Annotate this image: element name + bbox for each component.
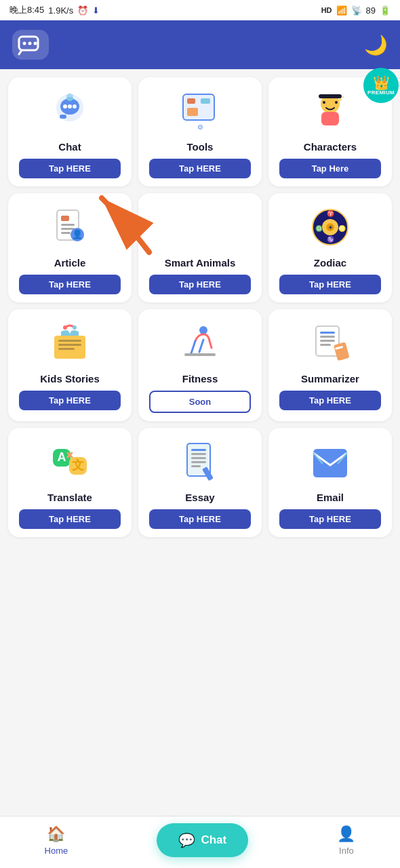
svg-text:A: A bbox=[58, 450, 66, 464]
svg-rect-64 bbox=[191, 453, 206, 455]
svg-point-22 bbox=[335, 101, 338, 104]
tools-tap-button[interactable]: Tap HERE bbox=[149, 159, 250, 178]
svg-rect-67 bbox=[191, 465, 201, 467]
svg-point-8 bbox=[68, 104, 72, 108]
card-tools: ⚙ Tools Tap HERE bbox=[138, 77, 262, 186]
article-title: Article bbox=[54, 257, 86, 269]
svg-rect-10 bbox=[60, 115, 66, 119]
svg-rect-45 bbox=[58, 344, 81, 346]
svg-point-25 bbox=[342, 96, 344, 98]
article-icon: 👤 bbox=[45, 203, 94, 252]
battery-level: 89 bbox=[366, 5, 376, 16]
svg-point-2 bbox=[28, 42, 32, 45]
cards-grid: Chat Tap HERE ⚙ Tools Tap HERE 👑PREMIUM … bbox=[8, 77, 392, 537]
svg-rect-28 bbox=[61, 224, 75, 226]
svg-rect-54 bbox=[320, 340, 335, 342]
smart-animals-tap-button[interactable]: Tap HERE bbox=[149, 275, 250, 294]
svg-rect-16 bbox=[201, 98, 210, 104]
summarizer-icon bbox=[306, 319, 355, 368]
svg-point-1 bbox=[23, 42, 26, 45]
svg-point-3 bbox=[34, 42, 37, 45]
characters-icon bbox=[306, 87, 355, 136]
chat-bubble-icon: 💬 bbox=[178, 832, 195, 848]
translate-title: Translate bbox=[47, 492, 92, 504]
svg-rect-20 bbox=[321, 112, 339, 125]
dark-mode-toggle[interactable]: 🌙 bbox=[364, 34, 388, 56]
translate-tap-button[interactable]: Tap HERE bbox=[19, 509, 120, 529]
info-person-icon: 👤 bbox=[337, 825, 355, 843]
battery-icon: 🔋 bbox=[380, 5, 391, 16]
svg-rect-56 bbox=[334, 342, 350, 361]
svg-text:♌: ♌ bbox=[338, 224, 346, 233]
nav-info-label: Info bbox=[339, 846, 354, 856]
svg-text:👤: 👤 bbox=[72, 229, 83, 240]
svg-text:♈: ♈ bbox=[327, 210, 335, 218]
svg-rect-53 bbox=[320, 336, 335, 338]
card-kids-stories: Kids Stories Tap HERE bbox=[8, 309, 132, 421]
status-bar: 晚上8:45 1.9K/s ⏰ ⬇ HD 📶 📡 89 🔋 bbox=[0, 0, 400, 20]
svg-text:🐄: 🐄 bbox=[183, 212, 217, 244]
tools-icon: ⚙ bbox=[176, 87, 224, 136]
fitness-tap-button[interactable]: Soon bbox=[149, 391, 250, 413]
essay-tap-button[interactable]: Tap HERE bbox=[149, 509, 250, 529]
summarizer-tap-button[interactable]: Tap HERE bbox=[279, 391, 380, 410]
email-tap-button[interactable]: Tap HERE bbox=[279, 509, 380, 529]
hd-icon: HD bbox=[321, 6, 332, 14]
card-smart-animals: 🐄🐔 Smart Animals Tap HERE bbox=[138, 193, 262, 302]
translate-icon: A文 bbox=[45, 437, 94, 486]
svg-point-9 bbox=[73, 104, 77, 108]
article-tap-button[interactable]: Tap HERE bbox=[19, 275, 120, 294]
nav-home[interactable]: 🏠 Home bbox=[45, 825, 68, 856]
chat-tap-button[interactable]: Tap HERE bbox=[19, 159, 120, 178]
zodiac-tap-button[interactable]: Tap HERE bbox=[279, 275, 380, 294]
svg-rect-23 bbox=[319, 94, 342, 98]
svg-point-48 bbox=[73, 326, 77, 330]
svg-rect-14 bbox=[183, 94, 214, 120]
svg-point-21 bbox=[323, 101, 325, 104]
svg-rect-44 bbox=[58, 340, 81, 342]
card-email: Email Tap HERE bbox=[268, 428, 392, 537]
chat-icon bbox=[45, 87, 94, 136]
app-header: 🌙 bbox=[0, 20, 400, 69]
svg-text:文: 文 bbox=[72, 458, 84, 472]
card-fitness: Fitness Soon bbox=[138, 309, 262, 421]
kids-stories-title: Kids Stories bbox=[40, 373, 100, 385]
svg-point-49 bbox=[199, 326, 207, 334]
characters-tap-button[interactable]: Tap Here bbox=[279, 159, 380, 178]
chat-title: Chat bbox=[58, 141, 81, 153]
card-summarizer: Summarizer Tap HERE bbox=[268, 309, 392, 421]
nav-chat-button[interactable]: 💬 Chat bbox=[157, 823, 248, 857]
svg-rect-30 bbox=[61, 232, 71, 234]
status-right: HD 📶 📡 89 🔋 bbox=[321, 5, 391, 16]
svg-rect-66 bbox=[191, 461, 206, 463]
svg-text:☀: ☀ bbox=[327, 224, 334, 231]
nav-info[interactable]: 👤 Info bbox=[337, 825, 355, 856]
nav-home-label: Home bbox=[45, 846, 68, 856]
essay-icon bbox=[176, 437, 224, 486]
logo-icon bbox=[12, 30, 49, 60]
fitness-title: Fitness bbox=[182, 373, 218, 385]
nav-chat-label: Chat bbox=[201, 833, 226, 847]
card-chat: Chat Tap HERE bbox=[8, 77, 132, 186]
card-article: 👤 Article Tap HERE bbox=[8, 193, 132, 302]
svg-rect-50 bbox=[184, 353, 216, 356]
wifi-icon: 📡 bbox=[351, 5, 362, 16]
kids-stories-icon bbox=[45, 319, 94, 368]
svg-rect-15 bbox=[187, 108, 198, 116]
email-icon bbox=[306, 437, 355, 486]
zodiac-icon: ☀♈♌♎♑ bbox=[306, 203, 355, 252]
premium-badge: 👑PREMIUM bbox=[363, 68, 399, 103]
summarizer-title: Summarizer bbox=[301, 373, 359, 385]
email-title: Email bbox=[317, 492, 344, 504]
smart-animals-icon: 🐄🐔 bbox=[176, 203, 224, 252]
card-essay: Essay Tap HERE bbox=[138, 428, 262, 537]
svg-rect-63 bbox=[191, 449, 206, 451]
zodiac-title: Zodiac bbox=[314, 257, 346, 269]
essay-title: Essay bbox=[185, 492, 214, 504]
crown-icon: 👑 bbox=[373, 76, 390, 90]
bottom-nav: 🏠 Home 💬 Chat 👤 Info bbox=[0, 816, 400, 868]
svg-rect-55 bbox=[320, 344, 331, 346]
svg-text:🐔: 🐔 bbox=[202, 215, 221, 233]
smart-animals-title: Smart Animals bbox=[165, 257, 235, 269]
kids-stories-tap-button[interactable]: Tap HERE bbox=[19, 391, 120, 410]
